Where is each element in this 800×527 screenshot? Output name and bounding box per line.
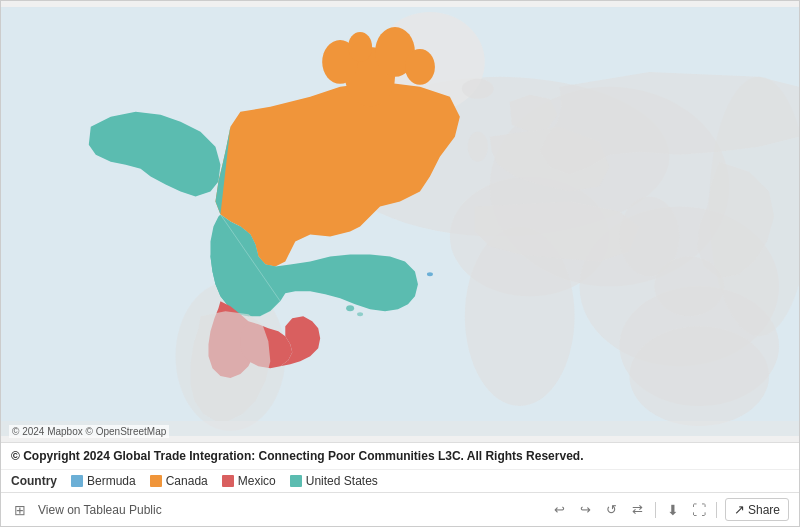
map-area: © 2024 Mapbox © OpenStreetMap — [1, 1, 799, 442]
legend-mexico: Mexico — [222, 474, 276, 488]
main-container: © 2024 Mapbox © OpenStreetMap © Copyrigh… — [0, 0, 800, 527]
legend-us: United States — [290, 474, 378, 488]
toolbar-divider — [655, 502, 656, 518]
canada-label: Canada — [166, 474, 208, 488]
svg-point-18 — [427, 272, 433, 276]
fullscreen-button[interactable]: ⛶ — [690, 501, 708, 519]
tableau-icon: ⊞ — [11, 501, 29, 519]
svg-point-20 — [468, 132, 488, 162]
toolbar-right: ↩ ↪ ↺ ⇄ ⬇ ⛶ ↗ Share — [551, 498, 789, 521]
svg-point-14 — [405, 49, 435, 85]
copyright-bar: © Copyright 2024 Global Trade Integratio… — [1, 442, 799, 469]
svg-point-17 — [357, 312, 363, 316]
legend-bar: Country Bermuda Canada Mexico United Sta… — [1, 469, 799, 492]
redo-button[interactable]: ↪ — [577, 501, 595, 519]
toolbar-divider-2 — [716, 502, 717, 518]
toolbar-left: ⊞ View on Tableau Public — [11, 501, 543, 519]
map-svg — [1, 1, 799, 442]
share-label: Share — [748, 503, 780, 517]
us-label: United States — [306, 474, 378, 488]
svg-point-19 — [462, 79, 494, 99]
mexico-color-swatch — [222, 475, 234, 487]
country-label: Country — [11, 474, 57, 488]
legend-canada: Canada — [150, 474, 208, 488]
map-attribution: © 2024 Mapbox © OpenStreetMap — [9, 425, 169, 438]
copyright-text: © Copyright 2024 Global Trade Integratio… — [11, 449, 583, 463]
svg-point-22 — [654, 256, 724, 316]
toolbar-bar: ⊞ View on Tableau Public ↩ ↪ ↺ ⇄ ⬇ ⛶ ↗ S… — [1, 492, 799, 526]
us-color-swatch — [290, 475, 302, 487]
bermuda-label: Bermuda — [87, 474, 136, 488]
share-button[interactable]: ↗ Share — [725, 498, 789, 521]
reset-button[interactable]: ↺ — [603, 501, 621, 519]
mexico-label: Mexico — [238, 474, 276, 488]
bermuda-color-swatch — [71, 475, 83, 487]
canada-color-swatch — [150, 475, 162, 487]
legend-bermuda: Bermuda — [71, 474, 136, 488]
undo-button[interactable]: ↩ — [551, 501, 569, 519]
pause-button[interactable]: ⇄ — [629, 501, 647, 519]
view-on-tableau-button[interactable]: View on Tableau Public — [34, 501, 166, 519]
download-button[interactable]: ⬇ — [664, 501, 682, 519]
svg-point-16 — [346, 305, 354, 311]
svg-point-15 — [348, 32, 372, 62]
share-icon: ↗ — [734, 502, 745, 517]
svg-point-23 — [629, 326, 769, 426]
